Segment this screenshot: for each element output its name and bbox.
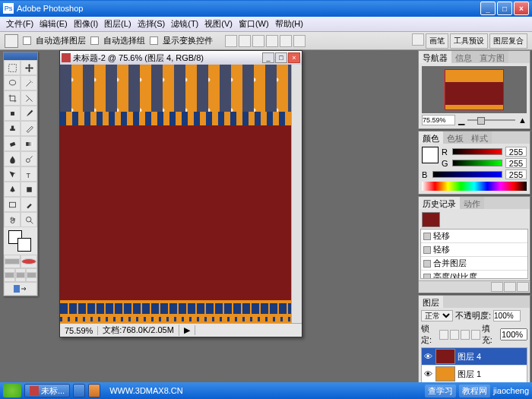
- heal-tool[interactable]: [4, 106, 21, 121]
- maximize-button[interactable]: □: [497, 2, 512, 15]
- history-brush-tool[interactable]: [21, 121, 37, 136]
- color-spectrum[interactable]: [422, 182, 527, 191]
- fill-input[interactable]: [500, 328, 527, 340]
- align-icon[interactable]: [293, 35, 306, 47]
- lock-pixels-icon[interactable]: [450, 330, 459, 340]
- vertical-scrollbar[interactable]: [291, 65, 302, 323]
- tab-swatches[interactable]: 色板: [443, 131, 467, 144]
- canvas[interactable]: [60, 65, 291, 323]
- menu-image[interactable]: 图像(I): [71, 17, 101, 31]
- history-item[interactable]: 轻移: [421, 243, 527, 257]
- menu-help[interactable]: 帮助(H): [272, 17, 306, 31]
- stamp-tool[interactable]: [4, 121, 21, 136]
- layer-item[interactable]: 👁 图层 4: [422, 348, 527, 366]
- eyedropper-tool[interactable]: [21, 197, 37, 212]
- opacity-input[interactable]: [493, 310, 521, 321]
- layer-thumbnail[interactable]: [435, 349, 455, 364]
- align-icon[interactable]: [266, 35, 278, 47]
- new-document-button[interactable]: [504, 282, 516, 292]
- pen-tool[interactable]: [4, 182, 21, 197]
- lock-all-icon[interactable]: [471, 330, 480, 340]
- zoom-in-icon[interactable]: ▲: [518, 116, 527, 125]
- g-slider[interactable]: [452, 160, 502, 166]
- menu-view[interactable]: 视图(V): [201, 17, 236, 31]
- gradient-tool[interactable]: [21, 136, 37, 151]
- navigator-zoom-input[interactable]: [422, 115, 455, 125]
- taskbar-item[interactable]: 未标...: [24, 384, 70, 397]
- dock-tab-presets[interactable]: 工具预设: [450, 33, 488, 49]
- minimize-button[interactable]: _: [480, 2, 496, 15]
- zoom-tool[interactable]: [21, 212, 37, 227]
- close-button[interactable]: ×: [514, 2, 529, 15]
- tray-badge[interactable]: 查学习: [425, 385, 456, 397]
- slice-tool[interactable]: [21, 90, 37, 106]
- r-value[interactable]: 255: [505, 147, 527, 157]
- tab-styles[interactable]: 样式: [467, 131, 492, 144]
- layer-name[interactable]: 图层 4: [458, 351, 481, 363]
- visibility-icon[interactable]: 👁: [423, 369, 433, 379]
- toolbox-header[interactable]: [4, 52, 37, 60]
- dock-tab-brushes[interactable]: 画笔: [426, 33, 448, 49]
- navigator-thumbnail[interactable]: [422, 66, 527, 113]
- marquee-tool[interactable]: [4, 60, 21, 75]
- screen-standard[interactable]: [4, 268, 15, 282]
- align-icon[interactable]: [225, 35, 237, 47]
- lasso-tool[interactable]: [4, 75, 21, 90]
- screen-full[interactable]: [26, 268, 37, 282]
- r-slider[interactable]: [452, 148, 502, 155]
- jump-to-imageready[interactable]: [4, 282, 37, 296]
- screen-full-menu[interactable]: [15, 268, 27, 282]
- align-icon[interactable]: [252, 35, 264, 47]
- blend-mode-select[interactable]: 正常: [421, 310, 453, 321]
- tab-layers[interactable]: 图层: [419, 296, 443, 308]
- visibility-icon[interactable]: 👁: [423, 351, 433, 362]
- b-value[interactable]: 255: [505, 169, 527, 179]
- zoom-out-icon[interactable]: ▁: [458, 116, 464, 125]
- palette-well-toggle[interactable]: [412, 33, 424, 46]
- status-arrow[interactable]: ▶: [179, 325, 195, 335]
- doc-maximize-button[interactable]: □: [275, 52, 287, 63]
- wand-tool[interactable]: [21, 75, 37, 90]
- layer-thumbnail[interactable]: [435, 366, 455, 382]
- zoom-slider[interactable]: [467, 119, 515, 121]
- doc-close-button[interactable]: ×: [288, 52, 300, 63]
- layer-item[interactable]: 👁 图层 1: [422, 366, 527, 383]
- tray-badge[interactable]: 教程网: [459, 385, 490, 397]
- tab-history[interactable]: 历史记录: [419, 197, 460, 209]
- tab-info[interactable]: 信息: [451, 51, 476, 63]
- dodge-tool[interactable]: [21, 151, 37, 166]
- history-item[interactable]: 轻移: [421, 230, 527, 243]
- standard-mode[interactable]: [4, 255, 21, 268]
- menu-filter[interactable]: 滤镜(T): [168, 17, 201, 31]
- type-tool[interactable]: T: [21, 166, 37, 182]
- shape-tool[interactable]: [21, 182, 37, 197]
- background-color[interactable]: [17, 238, 31, 252]
- delete-state-button[interactable]: [517, 282, 529, 292]
- checkbox-auto-select-layer[interactable]: [23, 36, 31, 45]
- layer-name[interactable]: 图层 1: [458, 369, 481, 380]
- file-info[interactable]: 文档:768.0K/2.05M: [98, 325, 179, 336]
- menu-window[interactable]: 窗口(W): [236, 17, 272, 31]
- crop-tool[interactable]: [4, 90, 21, 106]
- blur-tool[interactable]: [4, 151, 21, 166]
- menu-file[interactable]: 文件(F): [3, 17, 36, 31]
- path-tool[interactable]: [4, 166, 21, 182]
- document-titlebar[interactable]: 未标题-2 @ 75.6% (图层 4, RGB/8) _ □ ×: [60, 51, 302, 65]
- color-swatch[interactable]: [422, 147, 439, 163]
- menu-layer[interactable]: 图层(L): [101, 17, 134, 31]
- history-snapshot-thumb[interactable]: [422, 212, 440, 227]
- checkbox-auto-select-group[interactable]: [90, 36, 99, 45]
- tab-navigator[interactable]: 导航器: [419, 51, 451, 63]
- b-slider[interactable]: [432, 171, 502, 178]
- lock-position-icon[interactable]: [461, 330, 470, 340]
- doc-minimize-button[interactable]: _: [262, 52, 274, 63]
- history-item[interactable]: 亮度/对比度: [421, 271, 527, 279]
- notes-tool[interactable]: [4, 197, 21, 212]
- checkbox-show-transform[interactable]: [150, 36, 158, 45]
- current-tool-icon[interactable]: [5, 34, 18, 48]
- menu-edit[interactable]: 编辑(E): [36, 17, 71, 31]
- start-button[interactable]: [3, 384, 21, 397]
- menu-select[interactable]: 选择(S): [135, 17, 169, 31]
- hand-tool[interactable]: [4, 212, 21, 227]
- history-item[interactable]: 合并图层: [421, 257, 527, 271]
